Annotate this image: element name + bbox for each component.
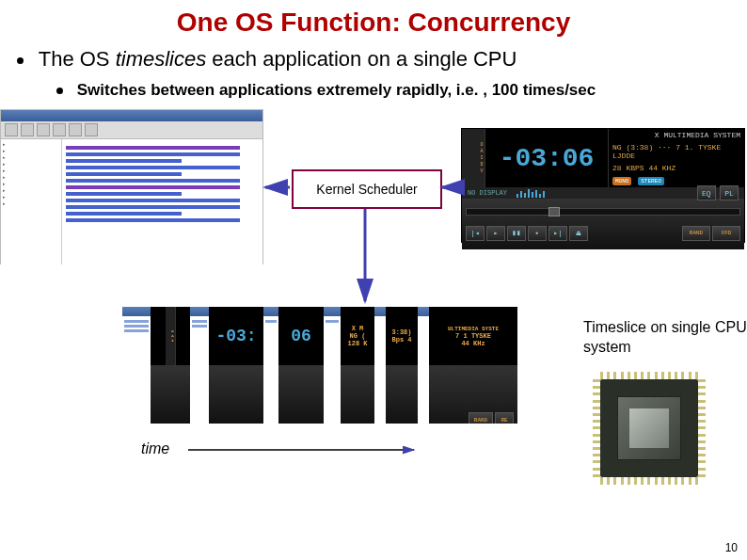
timeslice-browser — [418, 307, 429, 424]
time-fragment: 06 — [291, 327, 311, 345]
no-display-label: NO DISPLAY — [468, 189, 507, 197]
app-window-browser — [0, 109, 263, 264]
time-axis-label: time — [141, 440, 169, 457]
bullet1-text-post: each application on a single CPU — [206, 47, 517, 71]
eq-button: EQ — [697, 185, 716, 200]
toolbar-button — [5, 123, 18, 136]
timeslice-player: ULTIMEDIA SYSTE 7 1 TYSKE 44 KHz RAND RE — [429, 307, 517, 424]
brand-fragment: X M — [352, 325, 364, 332]
bullet1-text-pre: The OS — [39, 47, 116, 71]
bullet1-text-em: timeslices — [116, 47, 207, 71]
xfd-button: XFD — [712, 226, 740, 241]
timeslice-player: -03: — [209, 307, 263, 424]
stop-button: ▪ — [528, 226, 547, 241]
prev-button: |◂ — [466, 226, 485, 241]
re-fragment: RE — [495, 412, 514, 424]
player-bitrate: 28 KBPS 44 KHZ — [612, 164, 740, 172]
bullet-level-1: The OS timeslices each application on a … — [17, 47, 517, 72]
toolbar-button — [37, 123, 50, 136]
seek-slider — [466, 208, 740, 216]
track-fragment: 3:38) — [391, 328, 411, 336]
timeslice-strip: OAI -03: 06 X M NG ( 128 K — [122, 307, 517, 424]
rate-fragment: Bps 4 — [391, 336, 411, 344]
mono-badge: MONO — [612, 177, 631, 185]
toolbar-button — [53, 123, 66, 136]
stereo-badge: STEREO — [638, 177, 664, 185]
time-fragment: -03: — [215, 327, 256, 345]
sidebar-tree — [1, 139, 62, 264]
play-button: ▸ — [486, 226, 505, 241]
timeslice-browser — [324, 307, 341, 424]
player-track-info: NG (3:38) ··· 7 1. TYSKE LJDDE — [612, 143, 740, 160]
timeslice-browser — [374, 307, 386, 424]
player-side-label: OAI — [166, 307, 176, 365]
window-body — [1, 139, 262, 264]
window-toolbar — [1, 121, 262, 139]
eject-button: ⏏ — [569, 226, 588, 241]
timeslice-browser — [122, 307, 151, 424]
equalizer-icon — [517, 188, 545, 198]
slide-title: One OS Function: Concurrency — [0, 8, 747, 38]
timeslice-browser — [190, 307, 209, 424]
pause-button: ▮▮ — [507, 226, 526, 241]
rate-fragment: 44 KHz — [461, 340, 485, 347]
cpu-chip-icon — [593, 372, 706, 485]
bullet-level-2: Switches between applications extremely … — [56, 81, 596, 100]
brand-fragment: ULTIMEDIA SYSTE — [448, 326, 499, 332]
kernel-scheduler-box: Kernel Scheduler — [292, 169, 442, 209]
bullet2-text: Switches between applications extremely … — [77, 81, 596, 99]
next-button: ▸| — [548, 226, 567, 241]
timeslice-player: 3:38) Bps 4 — [386, 307, 418, 424]
window-content — [62, 139, 262, 264]
pl-button: PL — [720, 185, 739, 200]
app-window-media-player: OAIDV -03:06 X MULTIMEDIA SYSTEM NG (3:3… — [461, 128, 745, 243]
timeslice-player: X M NG ( 128 K — [341, 307, 374, 424]
rand-fragment: RAND — [469, 412, 493, 424]
rate-fragment: 128 K — [347, 340, 367, 347]
timeslice-browser — [263, 307, 278, 424]
player-side-label: OAIDV — [462, 129, 485, 187]
timeslice-player: 06 — [278, 307, 324, 424]
timeslice-caption: Timeslice on single CPU system — [583, 318, 747, 358]
bullet-dot-icon — [56, 88, 63, 94]
bullet-dot-icon — [17, 57, 24, 64]
toolbar-button — [21, 123, 34, 136]
toolbar-button — [69, 123, 82, 136]
track-fragment: 7 1 TYSKE — [455, 332, 491, 340]
track-fragment: NG ( — [350, 332, 366, 340]
window-titlebar — [1, 110, 262, 121]
player-brand: X MULTIMEDIA SYSTEM — [612, 131, 740, 139]
player-time-display: -03:06 — [485, 129, 609, 187]
page-number: 10 — [725, 541, 738, 554]
timeslice-player: OAI — [151, 307, 190, 424]
toolbar-button — [85, 123, 98, 136]
rand-button: RAND — [682, 226, 710, 241]
